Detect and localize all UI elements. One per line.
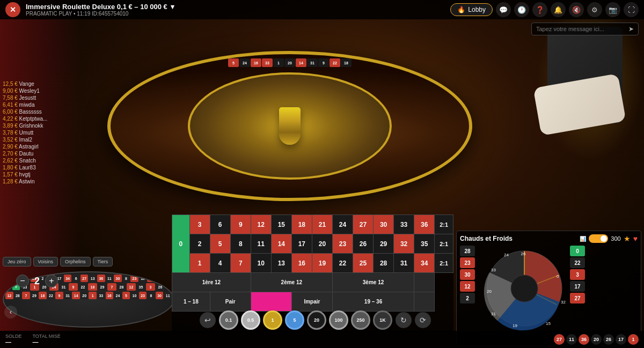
- number-cell-18[interactable]: 18: [291, 215, 312, 234]
- mini-num-35[interactable]: 35: [136, 283, 145, 291]
- number-cell-17[interactable]: 17: [291, 234, 312, 254]
- number-cell-24[interactable]: 24: [332, 215, 353, 234]
- number-cell-2[interactable]: 2: [189, 234, 210, 254]
- cold-num-0[interactable]: 0: [570, 246, 585, 256]
- mini-num-6[interactable]: 6: [72, 275, 80, 282]
- mini-num-28[interactable]: 28: [14, 292, 22, 299]
- chat-send-icon[interactable]: ➤: [628, 25, 634, 33]
- number-cell-7[interactable]: 7: [230, 254, 251, 273]
- cold-num-17[interactable]: 17: [570, 281, 585, 292]
- number-cell-12[interactable]: 12: [251, 215, 271, 234]
- mini-num-31[interactable]: 31: [59, 283, 68, 291]
- mini-num-7[interactable]: 7: [22, 292, 30, 299]
- hot-num-30[interactable]: 30: [460, 269, 475, 280]
- number-cell-21[interactable]: 21: [312, 215, 332, 234]
- number-cell-11[interactable]: 11: [251, 234, 271, 254]
- mini-num-22[interactable]: 22: [78, 283, 87, 291]
- number-cell-25[interactable]: 25: [353, 254, 373, 273]
- mini-num-22[interactable]: 22: [47, 292, 55, 299]
- redo-button[interactable]: ↻: [396, 312, 412, 328]
- number-cell-19[interactable]: 19: [312, 254, 332, 273]
- second-12-cell[interactable]: 2ème 12: [251, 273, 332, 292]
- mini-num-15[interactable]: 15: [5, 275, 13, 282]
- number-cell-36[interactable]: 36: [414, 215, 435, 234]
- clear-button[interactable]: ⟳: [415, 312, 431, 328]
- number-cell-29[interactable]: 29: [374, 234, 394, 254]
- hot-num-23[interactable]: 23: [460, 257, 475, 268]
- star-icon[interactable]: ★: [624, 234, 631, 243]
- number-cell-33[interactable]: 33: [394, 215, 414, 234]
- mini-num-12[interactable]: 12: [5, 292, 13, 299]
- zero-cell[interactable]: 0: [172, 215, 190, 273]
- lobby-button[interactable]: 🔥 Lobby: [450, 3, 493, 16]
- hot-num-28[interactable]: 28: [460, 246, 475, 256]
- range1-cell[interactable]: 1 – 18: [172, 292, 210, 312]
- mini-num-16[interactable]: 16: [164, 275, 172, 282]
- mini-num-1[interactable]: 1: [89, 292, 97, 299]
- previous-arrow[interactable]: ‹: [4, 306, 17, 319]
- chip-0.1[interactable]: 0.1: [219, 310, 238, 330]
- number-cell-5[interactable]: 5: [210, 234, 230, 254]
- number-cell-32[interactable]: 32: [394, 234, 414, 254]
- number-cell-14[interactable]: 14: [271, 234, 291, 254]
- mini-num-18[interactable]: 18: [88, 283, 97, 291]
- tiers-btn[interactable]: Tiers: [93, 257, 113, 266]
- video-icon[interactable]: 📷: [605, 2, 620, 17]
- mini-num-12[interactable]: 12: [127, 283, 136, 291]
- mini-num-33[interactable]: 33: [97, 292, 105, 299]
- mini-num-8[interactable]: 8: [147, 292, 155, 299]
- undo-button[interactable]: ↩: [200, 312, 216, 328]
- mini-num-18[interactable]: 18: [39, 292, 47, 299]
- number-cell-3[interactable]: 3: [189, 215, 210, 234]
- third-12-cell[interactable]: 3ème 12: [332, 273, 414, 292]
- mini-num-29[interactable]: 29: [98, 283, 107, 291]
- number-cell-15[interactable]: 15: [271, 215, 291, 234]
- ratio-cell-row-0[interactable]: 2:1: [435, 215, 453, 234]
- number-cell-20[interactable]: 20: [312, 234, 332, 254]
- number-cell-1[interactable]: 1: [189, 254, 210, 273]
- mini-num-28[interactable]: 28: [117, 283, 126, 291]
- number-cell-6[interactable]: 6: [210, 215, 230, 234]
- toggle-switch[interactable]: [589, 234, 608, 243]
- chip-0.5[interactable]: 0.5: [241, 310, 260, 330]
- range2-cell[interactable]: 19 – 36: [332, 292, 414, 312]
- first-12-cell[interactable]: 1ère 12: [172, 273, 251, 292]
- number-cell-26[interactable]: 26: [353, 234, 373, 254]
- orphelins-btn[interactable]: Orphelins: [60, 257, 91, 266]
- number-cell-4[interactable]: 4: [210, 254, 230, 273]
- help-icon[interactable]: ❓: [532, 2, 547, 17]
- mini-num-26[interactable]: 26: [156, 283, 165, 291]
- chip-250[interactable]: 250: [351, 310, 370, 330]
- mini-num-16[interactable]: 16: [106, 292, 114, 299]
- ratio-cell-row-2[interactable]: 2:1: [435, 254, 453, 273]
- chip-1[interactable]: 1: [263, 310, 282, 330]
- mini-num-5[interactable]: 5: [147, 275, 155, 282]
- bet-plus-button[interactable]: +: [45, 275, 58, 287]
- mini-num-8[interactable]: 8: [122, 275, 130, 282]
- chip-20[interactable]: 20: [307, 310, 326, 330]
- jeu-zero-btn[interactable]: Jeu zéro: [3, 257, 31, 266]
- chat-icon[interactable]: 💬: [496, 2, 511, 17]
- number-cell-27[interactable]: 27: [353, 215, 373, 234]
- history-icon[interactable]: 🕐: [514, 2, 529, 17]
- chip-5[interactable]: 5: [285, 310, 304, 330]
- mini-num-13[interactable]: 13: [89, 275, 97, 282]
- number-cell-13[interactable]: 13: [271, 254, 291, 273]
- mini-num-11[interactable]: 11: [164, 292, 172, 299]
- mini-num-20[interactable]: 20: [80, 292, 89, 299]
- mini-num-31[interactable]: 31: [64, 292, 72, 299]
- cold-num-27[interactable]: 27: [570, 293, 585, 303]
- number-cell-8[interactable]: 8: [230, 234, 251, 254]
- mini-num-24[interactable]: 24: [114, 292, 122, 299]
- voisins-btn[interactable]: Voisins: [33, 257, 58, 266]
- mini-num-23[interactable]: 23: [139, 292, 147, 299]
- mini-num-23[interactable]: 23: [130, 275, 138, 282]
- pair-cell[interactable]: Pair: [210, 292, 251, 312]
- mini-num-34[interactable]: 34: [64, 275, 72, 282]
- settings-icon[interactable]: ⚙: [587, 2, 602, 17]
- mini-num-30[interactable]: 30: [156, 292, 164, 299]
- mini-num-27[interactable]: 27: [80, 275, 89, 282]
- mini-num-14[interactable]: 14: [72, 292, 80, 299]
- chat-input[interactable]: [536, 26, 628, 32]
- mini-num-30[interactable]: 30: [114, 275, 122, 282]
